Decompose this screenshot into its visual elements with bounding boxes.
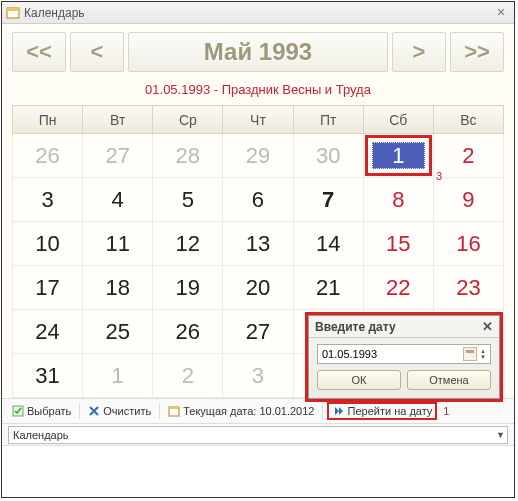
marker-3: 3	[436, 170, 442, 182]
date-entry-dialog: Введите дату ✕ 01.05.1993 ▲▼ ОК Отмена	[308, 315, 500, 399]
day-cell[interactable]: 11	[83, 222, 153, 266]
dialog-close-button[interactable]: ✕	[482, 319, 493, 334]
month-title[interactable]: Май 1993	[128, 32, 388, 72]
day-cell[interactable]: 3	[13, 178, 83, 222]
clear-button[interactable]: Очистить	[84, 403, 155, 419]
day-cell[interactable]: 9	[433, 178, 503, 222]
day-cell[interactable]: 7	[293, 178, 363, 222]
clear-icon	[88, 405, 100, 417]
day-cell[interactable]: 3	[223, 354, 293, 398]
separator	[79, 403, 80, 419]
clear-label: Очистить	[103, 405, 151, 417]
prev-month-button[interactable]: <	[70, 32, 124, 72]
day-cell[interactable]: 12	[153, 222, 223, 266]
view-dropdown[interactable]: Календарь ▼	[8, 426, 508, 444]
svg-rect-1	[7, 8, 19, 11]
weekday-header: Сб	[363, 106, 433, 134]
goto-label: Перейти на дату	[347, 405, 432, 417]
goto-date-highlight: Перейти на дату	[327, 402, 437, 420]
day-cell[interactable]: 10	[13, 222, 83, 266]
weekday-header: Ср	[153, 106, 223, 134]
day-cell[interactable]: 5	[153, 178, 223, 222]
day-cell[interactable]: 2	[433, 134, 503, 178]
select-label: Выбрать	[27, 405, 71, 417]
day-cell[interactable]: 18	[83, 266, 153, 310]
day-cell[interactable]: 6	[223, 178, 293, 222]
day-cell[interactable]: 1	[363, 134, 433, 178]
goto-icon	[332, 405, 344, 417]
chevron-down-icon: ▼	[496, 430, 505, 440]
weekday-header: Пт	[293, 106, 363, 134]
prev-year-button[interactable]: <<	[12, 32, 66, 72]
dialog-title: Введите дату	[315, 320, 396, 334]
day-cell[interactable]: 20	[223, 266, 293, 310]
date-input[interactable]: 01.05.1993 ▲▼	[317, 344, 491, 364]
svg-rect-4	[169, 407, 179, 409]
next-year-button[interactable]: >>	[450, 32, 504, 72]
day-cell[interactable]: 2	[153, 354, 223, 398]
month-navbar: << < Май 1993 > >>	[12, 32, 504, 72]
view-selector-row: Календарь ▼	[2, 424, 514, 446]
day-cell[interactable]: 19	[153, 266, 223, 310]
day-cell[interactable]: 26	[13, 134, 83, 178]
day-cell[interactable]: 27	[223, 310, 293, 354]
day-cell[interactable]: 31	[13, 354, 83, 398]
day-cell[interactable]: 1	[83, 354, 153, 398]
weekday-header: Вс	[433, 106, 503, 134]
weekday-header: Пн	[13, 106, 83, 134]
weekday-header: Вт	[83, 106, 153, 134]
day-cell[interactable]: 4	[83, 178, 153, 222]
dialog-titlebar: Введите дату ✕	[309, 316, 499, 338]
day-cell[interactable]: 27	[83, 134, 153, 178]
select-icon	[12, 405, 24, 417]
cancel-button[interactable]: Отмена	[407, 370, 491, 390]
day-cell[interactable]: 22	[363, 266, 433, 310]
day-cell[interactable]: 17	[13, 266, 83, 310]
day-cell[interactable]: 23	[433, 266, 503, 310]
selection-highlight: 1	[365, 135, 432, 176]
day-cell[interactable]: 29	[223, 134, 293, 178]
marker-1: 1	[443, 405, 449, 417]
window-title: Календарь	[24, 6, 85, 20]
date-input-value: 01.05.1993	[322, 348, 377, 360]
day-cell[interactable]: 25	[83, 310, 153, 354]
day-cell[interactable]: 16	[433, 222, 503, 266]
day-cell[interactable]: 26	[153, 310, 223, 354]
day-cell[interactable]: 24	[13, 310, 83, 354]
dropdown-value: Календарь	[13, 429, 69, 441]
date-entry-dialog-highlight: Введите дату ✕ 01.05.1993 ▲▼ ОК Отмена	[305, 312, 503, 402]
weekday-header: Чт	[223, 106, 293, 134]
titlebar: Календарь ×	[2, 2, 514, 24]
ok-button[interactable]: ОК	[317, 370, 401, 390]
select-button[interactable]: Выбрать	[8, 403, 75, 419]
day-cell[interactable]: 15	[363, 222, 433, 266]
today-button[interactable]: Текущая дата: 10.01.2012	[164, 403, 318, 419]
day-cell[interactable]: 14	[293, 222, 363, 266]
day-cell[interactable]: 13	[223, 222, 293, 266]
day-cell[interactable]: 21	[293, 266, 363, 310]
separator	[159, 403, 160, 419]
today-label: Текущая дата:	[183, 405, 256, 417]
day-cell[interactable]: 28	[153, 134, 223, 178]
app-icon	[6, 6, 20, 20]
calendar-icon	[168, 405, 180, 417]
holiday-label: 01.05.1993 - Праздник Весны и Труда	[12, 76, 504, 105]
next-month-button[interactable]: >	[392, 32, 446, 72]
close-button[interactable]: ×	[492, 5, 510, 21]
separator	[322, 403, 323, 419]
selected-day: 1	[372, 142, 425, 169]
date-spinner[interactable]: ▲▼	[478, 348, 488, 360]
day-cell[interactable]: 8	[363, 178, 433, 222]
day-cell[interactable]: 30	[293, 134, 363, 178]
goto-date-button[interactable]: Перейти на дату	[332, 405, 432, 417]
date-picker-icon[interactable]	[463, 347, 477, 361]
today-value: 10.01.2012	[259, 405, 314, 417]
